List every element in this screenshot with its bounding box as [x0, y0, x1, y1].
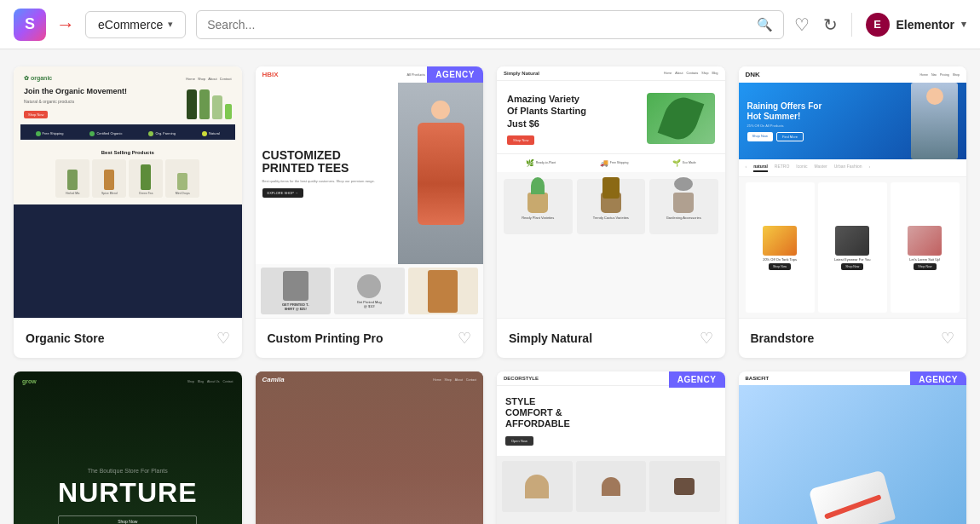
- brand-sub: 25% Off On All Products: [747, 124, 822, 128]
- card-title-printing: Custom Printing Pro: [268, 331, 383, 345]
- card-brandstore[interactable]: DNK Home Nav Pricing Shop Raining Offers…: [739, 66, 967, 358]
- card-thumb-printing: AGENCY HBIX All Products Shop Home About…: [256, 66, 484, 318]
- brand-logo: DNK: [746, 71, 760, 78]
- organic-products-title: Best Selling Products: [24, 150, 232, 155]
- brand-nav: DNK Home Nav Pricing Shop: [739, 66, 967, 83]
- card-thumb-sneaker: AGENCY BASICFIT Home Shop About Contact: [739, 371, 967, 524]
- brand-btn-find: Find More: [776, 132, 804, 141]
- leaf-icon: [657, 93, 704, 145]
- card-chair[interactable]: AGENCY DECORSTYLE Home Shop About Contac…: [497, 371, 725, 524]
- natural-logo: Simply Natural: [504, 71, 539, 76]
- header-right: ♡ ↻ E Elementor ▾: [794, 13, 966, 37]
- organic-sub: Natural & organic products: [24, 99, 182, 104]
- card-thumb-nurture: grow Shop Blog About Us Contact The Bout…: [14, 371, 242, 524]
- agency-badge-chair: AGENCY: [669, 371, 725, 388]
- brand-products: 20% Off On Tank Tops Shop Now Latest Eye…: [739, 177, 967, 318]
- card-sneaker[interactable]: AGENCY BASICFIT Home Shop About Contact …: [739, 371, 967, 524]
- card-printing-pro[interactable]: AGENCY HBIX All Products Shop Home About…: [256, 66, 484, 358]
- printing-sub: Best quality items for the best quality …: [262, 179, 392, 184]
- elementor-logo: E: [866, 13, 890, 37]
- beauty-logo: Camila: [262, 376, 285, 383]
- favorite-natural-button[interactable]: ♡: [700, 329, 713, 348]
- bottle-2: [199, 89, 210, 119]
- organic-bottles: [187, 89, 232, 119]
- brand-headline: Raining Offers ForHot Summer!: [747, 101, 822, 122]
- card-title-natural: Simply Natural: [509, 331, 592, 345]
- header: S → eCommerce ▾ 🔍 ♡ ↻ E Elementor ▾: [0, 0, 980, 49]
- card-footer-natural: Simply Natural ♡: [497, 318, 725, 358]
- natural-headline: Amazing VarietyOf Plants StartingJust $6: [507, 93, 638, 130]
- bottle-1: [187, 89, 197, 119]
- natural-hero: Amazing VarietyOf Plants StartingJust $6…: [497, 81, 725, 153]
- card-organic-store[interactable]: ✿ organic Home Shop About Contact Join t…: [14, 66, 242, 358]
- arrow-right-icon: →: [56, 14, 75, 36]
- card-thumb-natural: Simply Natural Home About Contacts Shop …: [497, 66, 725, 318]
- favorites-button[interactable]: ♡: [794, 14, 810, 35]
- printing-hero: CUSTOMIZEDPRINTED TEES Best quality item…: [256, 83, 484, 264]
- divider: [851, 13, 852, 37]
- organic-nav-link: Contact: [220, 77, 232, 81]
- card-thumb-organic: ✿ organic Home Shop About Contact Join t…: [14, 66, 242, 318]
- beauty-nav: Camila Home Shop About Contact: [256, 371, 484, 388]
- nurture-nav: grow Shop Blog About Us Contact: [14, 378, 242, 384]
- nurture-logo: grow: [22, 378, 37, 384]
- beauty-hero: BEAUTYPRONOUNCED Customize your subscrip…: [256, 371, 484, 524]
- chevron-down-icon: ▾: [168, 19, 173, 30]
- card-footer-organic: Organic Store ♡: [14, 318, 242, 358]
- organic-cta: Shop Now: [24, 111, 48, 118]
- elementor-button[interactable]: E Elementor ▾: [866, 13, 966, 37]
- chair-hero: STYLECOMFORT &AFFORDABLE Open Now: [497, 386, 725, 456]
- card-thumb-beauty: Camila Home Shop About Contact BEAUTYPRO…: [256, 371, 484, 524]
- nurture-headline: NURTURE: [58, 477, 197, 509]
- printing-logo: HBIX: [262, 71, 279, 78]
- organic-logo: ✿ organic: [24, 75, 52, 82]
- organic-headline: Join the Organic Movement!: [24, 87, 182, 96]
- search-input[interactable]: [207, 18, 749, 32]
- elementor-chevron-icon: ▾: [961, 19, 966, 30]
- card-footer-printing: Custom Printing Pro ♡: [256, 318, 484, 358]
- printing-secondary: GET PRINTED T-SHIRT @ $25! Get Printed M…: [256, 264, 484, 318]
- organic-nav-link: Home: [186, 77, 195, 81]
- sneaker-stripe: [824, 494, 882, 520]
- card-thumb-brand: DNK Home Nav Pricing Shop Raining Offers…: [739, 66, 967, 318]
- card-title-organic: Organic Store: [26, 331, 105, 345]
- natural-nav: Simply Natural Home About Contacts Shop …: [497, 66, 725, 81]
- search-bar: 🔍: [196, 10, 783, 39]
- organic-products: Best Selling Products Herbal Mix Spice B…: [20, 145, 235, 203]
- card-footer-brand: Brandstore ♡: [739, 318, 967, 358]
- organic-badges: Free Shipping Certified Organic Org. Far…: [20, 124, 235, 140]
- category-dropdown[interactable]: eCommerce ▾: [85, 11, 186, 38]
- elementor-label: Elementor: [896, 18, 954, 32]
- card-nurture[interactable]: grow Shop Blog About Us Contact The Bout…: [14, 371, 242, 524]
- favorite-printing-button[interactable]: ♡: [458, 329, 471, 348]
- chair-cta: Open Now: [505, 436, 533, 446]
- app-logo: S: [14, 9, 46, 41]
- favorite-brand-button[interactable]: ♡: [941, 329, 954, 348]
- organic-hero: Join the Organic Movement! Natural & org…: [20, 87, 235, 119]
- organic-nav-link: About: [208, 77, 216, 81]
- search-icon: 🔍: [757, 17, 773, 32]
- natural-features: 🌿Ready-to-Plant 🚚Free Shipping 🌱Eco Made: [497, 153, 725, 172]
- chair-products: [497, 456, 725, 524]
- brand-tabs: ‹ natural RETRO Iconic Master Urban Fash…: [739, 159, 967, 177]
- sneaker-image: [809, 469, 896, 524]
- organic-nav: ✿ organic Home Shop About Contact: [20, 75, 235, 82]
- card-beauty[interactable]: Camila Home Shop About Contact BEAUTYPRO…: [256, 371, 484, 524]
- chair-logo: DECORSTYLE: [504, 376, 539, 381]
- template-grid: ✿ organic Home Shop About Contact Join t…: [0, 49, 980, 524]
- brand-btn-shop: Shop Now: [747, 132, 773, 141]
- dropdown-label: eCommerce: [98, 18, 163, 32]
- herb-1: [225, 104, 232, 119]
- natural-hero-img: [647, 93, 715, 144]
- nurture-cta: Shop Now: [58, 515, 197, 525]
- sneaker-logo: BASICFIT: [746, 376, 770, 381]
- nurture-tagline: The Boutique Store For Plants: [58, 468, 197, 474]
- card-thumb-chair: AGENCY DECORSTYLE Home Shop About Contac…: [497, 371, 725, 524]
- card-title-brand: Brandstore: [751, 331, 815, 345]
- card-simply-natural[interactable]: Simply Natural Home About Contacts Shop …: [497, 66, 725, 358]
- favorite-organic-button[interactable]: ♡: [216, 329, 230, 348]
- printing-cta: EXPLORE SHOP →: [262, 188, 303, 198]
- refresh-button[interactable]: ↻: [823, 14, 838, 35]
- agency-badge-printing: AGENCY: [427, 66, 483, 83]
- brand-hero: Raining Offers ForHot Summer! 25% Off On…: [739, 83, 967, 159]
